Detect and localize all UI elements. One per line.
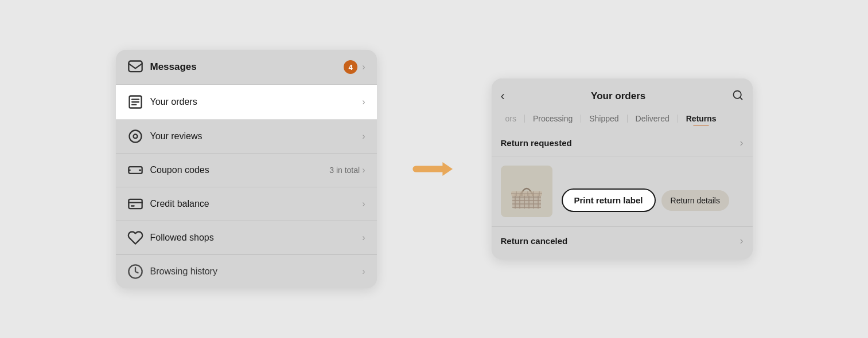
return-requested-section[interactable]: Return requested › <box>492 130 753 156</box>
product-actions: Print return label Return details <box>562 188 729 212</box>
svg-rect-10 <box>129 199 142 209</box>
tab-returns[interactable]: Returns <box>682 112 721 125</box>
reviews-icon <box>127 128 143 144</box>
tab-processing[interactable]: Processing <box>528 112 577 125</box>
your-reviews-row[interactable]: Your reviews › <box>116 120 377 154</box>
followed-shops-label: Followed shops <box>150 233 363 243</box>
browsing-chevron-icon: › <box>362 266 365 277</box>
tab-shipped[interactable]: Shipped <box>585 112 623 125</box>
credit-icon <box>127 196 143 212</box>
tabs-row: ors Processing Shipped Delivered Returns <box>492 106 753 125</box>
arrow-container <box>411 155 457 183</box>
reviews-label: Your reviews <box>150 131 363 142</box>
tab-divider-1 <box>524 115 525 123</box>
tab-orders[interactable]: ors <box>501 112 521 125</box>
browsing-icon <box>127 264 143 280</box>
coupons-chevron-icon: › <box>362 165 365 175</box>
product-svg <box>504 168 550 214</box>
svg-rect-17 <box>512 194 541 209</box>
return-canceled-chevron-icon: › <box>740 235 744 247</box>
svg-line-16 <box>739 97 742 99</box>
tab-delivered[interactable]: Delivered <box>631 112 674 125</box>
orders-icon <box>127 94 143 110</box>
coupons-label: Coupon codes <box>150 165 330 175</box>
tab-divider-2 <box>581 115 581 123</box>
svg-marker-14 <box>442 162 453 176</box>
navigation-arrow <box>411 155 457 183</box>
left-panel: Messages 4 › Your orders › Your reviews … <box>116 50 377 288</box>
back-button[interactable]: ‹ <box>501 87 509 106</box>
coupons-sublabel: 3 in total <box>329 166 360 175</box>
your-orders-row[interactable]: Your orders › <box>116 85 377 120</box>
svg-point-6 <box>133 135 137 139</box>
credit-balance-row[interactable]: Credit balance › <box>116 187 377 221</box>
return-requested-chevron-icon: › <box>740 137 744 149</box>
right-panel: ‹ Your orders ors Processing Shipped Del… <box>492 78 753 260</box>
svg-point-5 <box>129 131 141 143</box>
product-image <box>501 166 552 217</box>
credit-chevron-icon: › <box>362 199 365 209</box>
messages-icon <box>127 59 143 75</box>
return-canceled-label: Return canceled <box>501 236 740 246</box>
followed-shops-chevron-icon: › <box>362 233 365 243</box>
browsing-history-row[interactable]: Browsing history › <box>116 255 377 288</box>
followed-shops-icon <box>127 230 143 246</box>
browsing-label: Browsing history <box>150 266 363 277</box>
svg-rect-0 <box>129 61 142 72</box>
tab-divider-4 <box>678 115 678 123</box>
return-canceled-section[interactable]: Return canceled › <box>492 226 753 255</box>
credit-label: Credit balance <box>150 199 363 209</box>
reviews-chevron-icon: › <box>362 131 365 142</box>
messages-label: Messages <box>150 61 344 73</box>
right-header: ‹ Your orders <box>492 78 753 106</box>
product-area: Print return label Return details <box>492 156 753 226</box>
messages-row[interactable]: Messages 4 › <box>116 50 377 85</box>
your-orders-chevron-icon: › <box>362 97 365 107</box>
search-button[interactable] <box>727 87 744 106</box>
tab-divider-3 <box>627 115 628 123</box>
return-requested-label: Return requested <box>501 138 740 148</box>
messages-chevron-icon: › <box>362 62 365 72</box>
your-orders-label: Your orders <box>150 97 363 107</box>
messages-badge: 4 <box>344 60 357 74</box>
right-content: Return requested › <box>492 125 753 260</box>
right-panel-title: Your orders <box>509 91 727 102</box>
print-return-label-button[interactable]: Print return label <box>562 188 656 212</box>
followed-shops-row[interactable]: Followed shops › <box>116 221 377 255</box>
coupon-codes-row[interactable]: Coupon codes 3 in total › <box>116 154 377 187</box>
coupons-icon <box>127 162 143 178</box>
return-details-button[interactable]: Return details <box>661 190 729 211</box>
